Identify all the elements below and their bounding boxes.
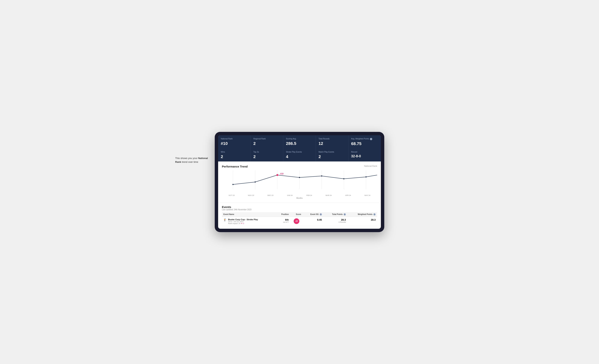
svg-point-10 (255, 181, 256, 183)
chart-x-axis-title: Months (222, 197, 377, 201)
stat-record: Record 32-8-0 (348, 149, 381, 161)
stat-wins: Wins 2 (218, 149, 251, 161)
svg-point-14 (343, 178, 344, 179)
events-table: Event Name Position Score Event SG i (222, 212, 377, 226)
chart-subtitle: National Rank (364, 165, 377, 167)
stats-grid-row2: Wins 2 Top 3s 2 Stroke Play Events 4 Mat… (218, 149, 381, 161)
info-icon-sg[interactable]: i (320, 213, 322, 215)
svg-point-13 (321, 175, 322, 177)
svg-point-12 (299, 177, 300, 178)
col-score: Score (290, 212, 303, 217)
position-cell: 6th out of 7 (275, 217, 290, 226)
event-name-cell: 🏌 Buster Cozy Cup - Stroke Play Oct 9 - … (222, 217, 275, 226)
col-event-name: Event Name (222, 212, 275, 217)
svg-point-15 (365, 176, 367, 178)
svg-text:#10: #10 (280, 172, 283, 175)
stat-regional-rank: Regional Rank 2 (251, 135, 283, 148)
col-position: Position (275, 212, 290, 217)
events-section: Events Last updated: 24th November 2023 … (218, 203, 381, 229)
chart-x-axis: OCT 23 NOV 23 DEC 23 JAN 24 FEB 24 MAR 2… (222, 194, 377, 197)
chart-area: #10 (222, 170, 377, 193)
chart-header: Performance Trend National Rank (222, 165, 377, 168)
tablet-screen: National Rank #10 Regional Rank 2 Scorin… (218, 135, 381, 229)
stat-match-play: Match Play Events 2 (316, 149, 348, 161)
tablet-device: National Rank #10 Regional Rank 2 Scorin… (215, 132, 384, 232)
performance-chart-svg: #10 (222, 170, 377, 193)
stat-top3s: Top 3s 2 (251, 149, 283, 161)
stats-grid-row1: National Rank #10 Regional Rank 2 Scorin… (218, 135, 381, 148)
chart-section: Performance Trend National Rank (218, 161, 381, 203)
table-row: 🏌 Buster Cozy Cup - Stroke Play Oct 9 - … (222, 217, 377, 226)
col-total-points: Total Points i (323, 212, 347, 217)
stat-total-rounds: Total Rounds 12 (316, 135, 348, 148)
info-icon-total-pts[interactable]: i (344, 213, 346, 215)
svg-point-9 (232, 184, 234, 185)
svg-point-11 (276, 174, 278, 176)
col-event-sg: Event SG i (303, 212, 323, 217)
events-last-updated: Last updated: 24th November 2023 (222, 209, 377, 211)
stat-national-rank: National Rank #10 (218, 135, 251, 148)
score-cell: -22 (290, 217, 303, 226)
event-type-icon: 🏌 (223, 218, 227, 221)
annotation-text: This shows you your National Rank trend … (175, 156, 213, 164)
col-weighted-points: Weighted Points i (347, 212, 377, 217)
events-title: Events (222, 205, 377, 209)
stat-stroke-play: Stroke Play Events 4 (283, 149, 316, 161)
total-points-cell: 28.3 3 Rounds (323, 217, 347, 226)
rank-impact: Rank Impact: 24 ▼ 3 (228, 222, 258, 224)
weighted-points-cell: 28.3 (347, 217, 377, 226)
info-icon-weighted-pts[interactable]: i (373, 213, 376, 215)
event-sg-cell: 0.45 (303, 217, 323, 226)
info-icon-weighted[interactable]: i (370, 138, 372, 140)
events-header: Events Last updated: 24th November 2023 (222, 205, 377, 211)
stat-avg-weighted-points: Avg. Weighted Points i 68.75 (348, 135, 381, 148)
score-badge: -22 (294, 218, 299, 224)
chart-title: Performance Trend (222, 165, 248, 168)
stat-scoring-avg: Scoring Avg. 286.5 (283, 135, 316, 148)
